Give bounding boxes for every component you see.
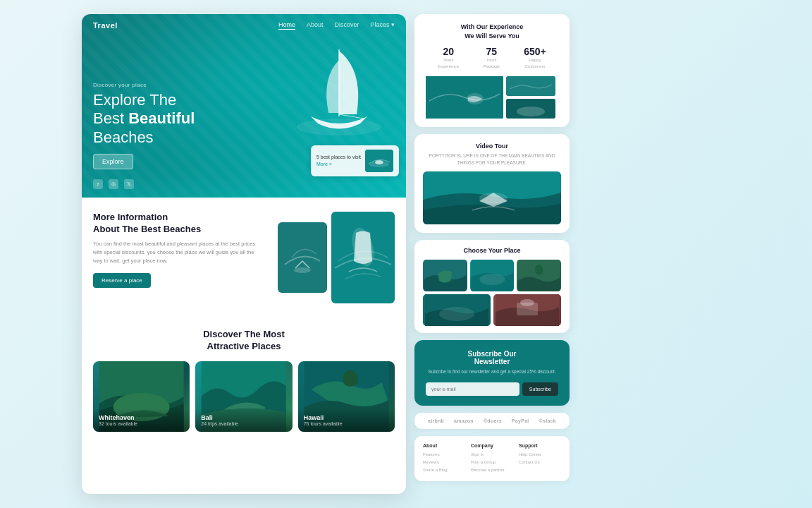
stat-customers-label: HappyCustomers [524, 57, 546, 69]
stats-sm-image-2 [506, 99, 555, 119]
footer-company-partner[interactable]: Become a partner [471, 466, 513, 474]
hero-title-line2: Best Beautiful [93, 109, 195, 127]
svg-line-2 [339, 114, 364, 119]
svg-rect-6 [278, 222, 327, 293]
place-bali-name: Bali [201, 414, 286, 421]
discover-section: Discover The Most Attractive Places Whit… [82, 318, 406, 440]
newsletter-description: Subcribe to find our newsletter and get … [426, 368, 558, 375]
hero-title: Explore The Best Beautiful Beaches [93, 91, 195, 147]
newsletter-email-input[interactable] [426, 382, 519, 396]
hero-title-line3: Beaches [93, 128, 154, 146]
choose-item-bali[interactable]: Bali $297 [423, 260, 467, 291]
stat-tours-number: 75 [484, 46, 500, 57]
stats-images [426, 76, 558, 119]
place-cards: Whitehaven 32 tours available Bali 2 [93, 361, 395, 432]
footer-about-blog[interactable]: Share a Blog [423, 466, 465, 474]
mini-card-title: 5 best places to visit [316, 154, 361, 161]
place-hawaii-name: Hawaii [304, 414, 389, 421]
footer-about-title: About [423, 443, 465, 448]
nav-link-about[interactable]: About [307, 21, 324, 30]
svg-point-7 [294, 267, 311, 273]
brand-airbnb: airbnb [428, 418, 444, 423]
footer-support-contact[interactable]: Contact Us [519, 459, 561, 466]
facebook-icon[interactable]: f [93, 179, 103, 189]
footer-about-features[interactable]: Features [423, 451, 465, 459]
place-card-whitehaven-info: Whitehaven 32 tours available [93, 409, 190, 432]
brands-row: airbnb amazon ©duers PayPal ©slack [414, 413, 570, 429]
place-bali-count: 24 trips available [201, 421, 286, 426]
mini-card-text: 5 best places to visit More > [316, 154, 361, 168]
stat-tours: 75 ToursPackage [484, 46, 500, 69]
info-images [278, 212, 395, 303]
choose-item-santorini[interactable]: Santorini $285 [493, 294, 561, 326]
explore-button[interactable]: Explore [93, 154, 133, 169]
place-card-whitehaven[interactable]: Whitehaven 32 tours available [93, 361, 190, 432]
hero-title-line1: Explore The [93, 91, 176, 109]
place-whitehaven-count: 32 tours available [99, 421, 184, 426]
footer-company-plan[interactable]: Plan a Group [471, 459, 513, 466]
sailboat-illustration [293, 35, 385, 148]
nav-link-places[interactable]: Places ▾ [370, 21, 395, 30]
place-card-hawaii[interactable]: Hawaii 76 tours available [298, 361, 395, 432]
info-text-block: More Information About The Best Beaches … [93, 212, 264, 303]
video-thumbnail[interactable] [423, 171, 561, 224]
footer-links: About Features Reviews Share a Blog Comp… [414, 436, 570, 480]
social-links: f ◎ 𝕏 [93, 179, 134, 189]
choose-place-grid-bottom: Maldives $320 Santorini [423, 294, 561, 326]
nav-links: Home About Discover Places ▾ [278, 21, 395, 30]
place-card-hawaii-info: Hawaii 76 tours available [298, 409, 395, 432]
footer-col-about: About Features Reviews Share a Blog [423, 443, 465, 473]
navbar: Travel Home About Discover Places ▾ [82, 14, 406, 37]
stat-years: 20 YearsExperience [438, 46, 459, 69]
place-card-bali[interactable]: Bali 24 trips available [195, 361, 292, 432]
svg-point-29 [520, 299, 534, 306]
brand-slack: ©slack [539, 418, 556, 423]
stats-main-image [426, 76, 503, 119]
choose-place-card: Choose Your Place Bali $297 [414, 240, 570, 333]
place-hawaii-count: 76 tours available [304, 421, 389, 426]
newsletter-subscribe-button[interactable]: Subscribe [522, 382, 558, 396]
nav-link-discover[interactable]: Discover [334, 21, 359, 30]
place-whitehaven-name: Whitehaven [99, 414, 184, 421]
footer-support-help[interactable]: Help Center [519, 451, 561, 459]
svg-point-18 [517, 107, 545, 116]
brand-amazon: amazon [454, 418, 474, 423]
choose-place-grid-top: Bali $297 Vork Bass $180 [423, 260, 561, 291]
brand-duers: ©duers [484, 418, 502, 423]
mini-card-link[interactable]: More > [316, 161, 361, 168]
footer-support-title: Support [519, 443, 561, 448]
stats-card: With Our Experience We Will Serve You 20… [414, 14, 570, 127]
twitter-icon[interactable]: 𝕏 [124, 179, 134, 189]
hero-content: Discover your place Explore The Best Bea… [93, 82, 195, 169]
footer-about-reviews[interactable]: Reviews [423, 459, 465, 466]
instagram-icon[interactable]: ◎ [109, 179, 118, 189]
stat-customers-number: 650+ [524, 46, 546, 57]
footer-company-signin[interactable]: Sign In [471, 451, 513, 459]
nav-brand: Travel [93, 21, 118, 30]
page-wrapper: Travel Home About Discover Places ▾ [82, 14, 730, 494]
nav-link-home[interactable]: Home [278, 21, 295, 30]
choose-item-switzerland[interactable]: Switzerland $450 [517, 260, 561, 291]
mini-card-image [365, 150, 393, 172]
footer-company-title: Company [471, 443, 513, 448]
newsletter-title: Subscribe Our Newsletter [426, 350, 558, 365]
newsletter-card: Subscribe Our Newsletter Subcribe to fin… [414, 340, 570, 406]
choose-item-vorkbass[interactable]: Vork Bass $180 [470, 260, 515, 291]
choose-place-title: Choose Your Place [423, 247, 561, 254]
stat-years-label: YearsExperience [438, 57, 459, 69]
footer-col-company: Company Sign In Plan a Group Become a pa… [471, 443, 513, 473]
choose-item-maldives[interactable]: Maldives $320 [423, 294, 491, 326]
video-tour-title: Video Tour [423, 143, 561, 150]
info-description: You can find the most beautiful and plea… [93, 240, 264, 265]
video-tour-description: PORTTITOR SL URE IS ONE OF THE MAIN BEAU… [423, 152, 561, 167]
brand-paypal: PayPal [512, 418, 529, 423]
info-image-small [278, 222, 327, 293]
svg-point-5 [369, 162, 389, 167]
hero-section: Travel Home About Discover Places ▾ [82, 14, 406, 198]
stats-small-images [506, 76, 555, 119]
stat-customers: 650+ HappyCustomers [524, 46, 546, 69]
info-title: More Information About The Best Beaches [93, 212, 264, 236]
stats-sm-image-1 [506, 76, 555, 96]
reserve-button[interactable]: Reserve a place [93, 273, 151, 288]
hero-title-bold: Beautiful [128, 109, 195, 127]
